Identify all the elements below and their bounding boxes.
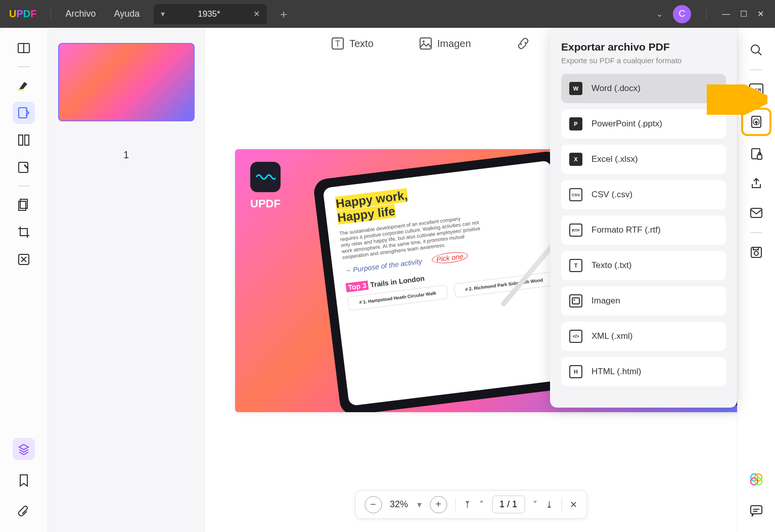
export-option-text[interactable]: T Texto (.txt) xyxy=(561,251,726,280)
zoom-level: 32% xyxy=(390,499,408,510)
export-panel: Exportar archivo PDF Exporte su PDF a cu… xyxy=(550,28,737,408)
link-tool-button[interactable] xyxy=(517,37,530,50)
organize-pages-button[interactable] xyxy=(13,129,35,151)
export-option-label: Imagen xyxy=(591,296,620,306)
separator xyxy=(18,186,30,187)
next-page-button[interactable]: ˅ xyxy=(533,499,537,510)
zoom-dropdown-icon[interactable]: ▾ xyxy=(417,499,422,510)
zoom-nav-bar: − 32% ▾ + ⤒ ˄ 1 / 1 ˅ ⤓ ✕ xyxy=(355,490,587,519)
text-icon: T xyxy=(331,37,344,50)
export-option-label: PowerPoint (.pptx) xyxy=(591,119,662,129)
email-button[interactable] xyxy=(745,202,767,224)
first-page-button[interactable]: ⤒ xyxy=(464,499,471,510)
export-option-word[interactable]: W Word (.docx) xyxy=(561,74,726,103)
left-toolbar xyxy=(0,28,48,532)
brand-text: UPDF xyxy=(250,197,281,210)
export-option-label: XML (.xml) xyxy=(591,331,633,341)
xml-icon: </> xyxy=(569,330,582,343)
pages-icon xyxy=(17,134,30,147)
protect-button[interactable] xyxy=(745,143,767,165)
compress-tool-button[interactable] xyxy=(13,248,35,271)
csv-icon: CSV xyxy=(569,188,582,201)
paperclip-icon xyxy=(18,505,30,518)
new-tab-button[interactable]: ＋ xyxy=(267,7,300,22)
tab-close-icon[interactable]: ✕ xyxy=(253,9,260,19)
brand-logo-icon xyxy=(250,162,281,192)
app-body: 1 T Texto Imagen UPDF xyxy=(0,28,775,532)
ai-assistant-button[interactable] xyxy=(745,468,767,491)
ai-flower-icon xyxy=(749,472,763,486)
menu-help[interactable]: Ayuda xyxy=(105,9,149,19)
export-option-rtf[interactable]: RTF Formato RTF (.rtf) xyxy=(561,215,726,245)
export-option-label: Formato RTF (.rtf) xyxy=(591,225,661,235)
svg-point-12 xyxy=(423,40,425,42)
reader-mode-button[interactable] xyxy=(13,37,35,59)
chevron-down-icon[interactable]: ⌄ xyxy=(656,9,663,19)
form-fill-icon xyxy=(17,161,30,174)
zoom-out-button[interactable]: − xyxy=(364,496,382,513)
svg-rect-19 xyxy=(757,155,762,159)
svg-point-30 xyxy=(574,299,575,301)
document-tab[interactable]: ▾ 1935* ✕ xyxy=(154,4,266,24)
prev-page-button[interactable]: ˄ xyxy=(479,499,484,510)
close-bar-button[interactable]: ✕ xyxy=(570,499,577,510)
minimize-button[interactable]: — xyxy=(722,10,730,19)
export-option-excel[interactable]: X Excel (.xlsx) xyxy=(561,145,726,174)
separator xyxy=(18,66,30,67)
edit-pdf-icon xyxy=(17,106,30,119)
thumbnail-page-number: 1 xyxy=(58,149,194,161)
export-option-html[interactable]: H HTML (.html) xyxy=(561,357,726,386)
zoom-in-button[interactable]: + xyxy=(430,496,447,513)
attachment-button[interactable] xyxy=(13,501,35,523)
tab-pin-icon: ▾ xyxy=(161,9,165,19)
stack-icon xyxy=(17,198,30,211)
feedback-button[interactable] xyxy=(745,500,767,522)
export-option-csv[interactable]: CSV CSV (.csv) xyxy=(561,180,726,209)
export-option-powerpoint[interactable]: P PowerPoint (.pptx) xyxy=(561,109,726,139)
app-logo: UPDF xyxy=(9,8,36,20)
page-indicator[interactable]: 1 / 1 xyxy=(492,496,525,513)
compress-icon xyxy=(17,253,30,266)
separator xyxy=(455,498,455,511)
callout-arrow-icon xyxy=(707,84,767,115)
layers-button[interactable] xyxy=(13,438,35,460)
export-subtitle: Exporte su PDF a cualquier formato xyxy=(561,56,726,65)
svg-rect-11 xyxy=(420,38,431,49)
html-icon: H xyxy=(569,365,582,378)
maximize-button[interactable]: ☐ xyxy=(740,9,747,19)
powerpoint-icon: P xyxy=(569,117,582,130)
image-icon xyxy=(419,37,432,50)
menu-file[interactable]: Archivo xyxy=(56,9,105,19)
text-tool-button[interactable]: T Texto xyxy=(331,37,374,50)
image-tool-button[interactable]: Imagen xyxy=(419,37,471,50)
save-icon xyxy=(750,246,763,259)
crop-tool-button[interactable] xyxy=(13,221,35,243)
svg-rect-3 xyxy=(19,135,23,145)
chat-icon xyxy=(750,505,763,517)
page-thumbnail[interactable] xyxy=(58,43,195,121)
bookmark-button[interactable] xyxy=(13,469,35,492)
share-button[interactable] xyxy=(745,172,767,195)
batch-button[interactable] xyxy=(13,194,35,216)
export-option-label: Word (.docx) xyxy=(591,83,641,94)
search-button[interactable] xyxy=(745,39,767,61)
edit-tool-button[interactable] xyxy=(13,102,35,124)
form-tool-button[interactable] xyxy=(13,156,35,179)
export-option-image[interactable]: Imagen xyxy=(561,286,726,316)
txt-icon: T xyxy=(569,259,582,272)
tab-title: 1935* xyxy=(198,9,220,19)
share-icon xyxy=(750,177,762,190)
export-option-label: Excel (.xlsx) xyxy=(591,154,638,164)
comment-tool-button[interactable] xyxy=(13,74,35,97)
export-option-xml[interactable]: </> XML (.xml) xyxy=(561,322,726,351)
last-page-button[interactable]: ⤓ xyxy=(545,499,553,510)
user-avatar[interactable]: C xyxy=(673,5,691,23)
save-button[interactable] xyxy=(745,241,767,263)
svg-text:T: T xyxy=(335,39,340,48)
image-file-icon xyxy=(569,294,582,307)
highlighter-icon xyxy=(17,79,30,92)
thumbnail-panel: 1 xyxy=(48,28,205,532)
lock-file-icon xyxy=(750,148,762,161)
svg-point-13 xyxy=(751,45,759,53)
close-window-button[interactable]: ✕ xyxy=(757,9,764,19)
